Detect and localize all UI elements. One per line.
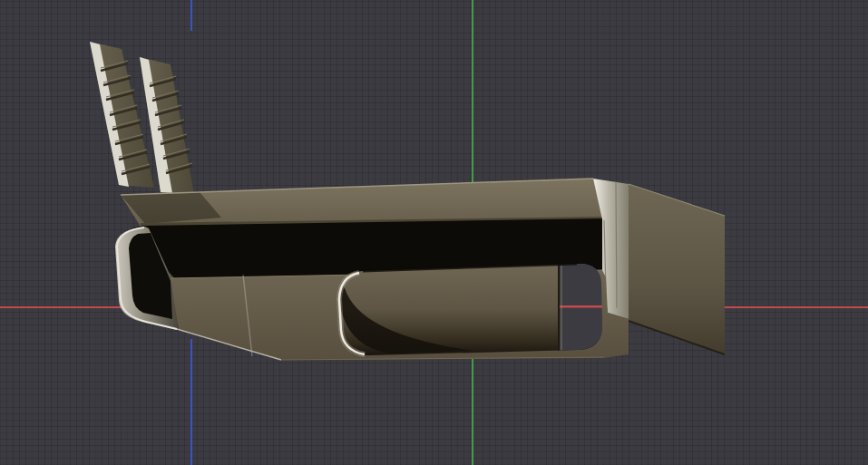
front-cutout[interactable] — [338, 264, 602, 355]
cad-model[interactable] — [90, 42, 725, 360]
x-axis-through-cutout — [559, 305, 602, 308]
right-end-face[interactable] — [629, 184, 725, 354]
cad-viewport[interactable] — [0, 0, 868, 465]
model-layer — [0, 0, 868, 465]
